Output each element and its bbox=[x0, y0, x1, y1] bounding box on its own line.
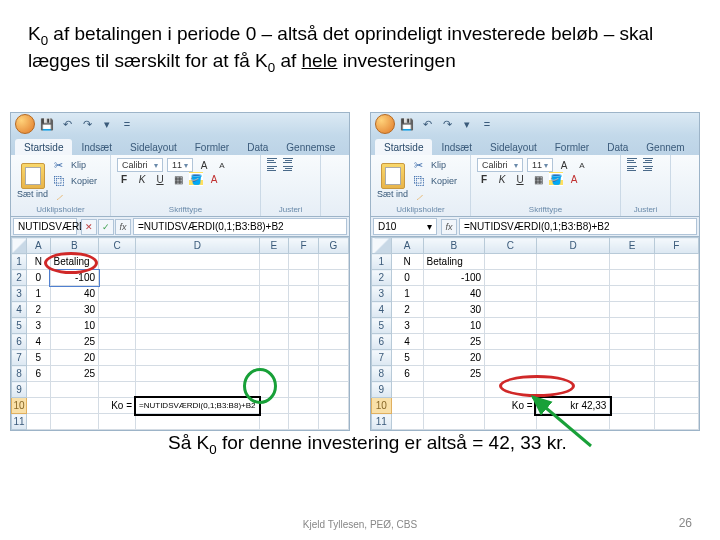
row-header[interactable]: 6 bbox=[372, 334, 392, 350]
redo-icon[interactable]: ↷ bbox=[79, 116, 95, 132]
tab-data[interactable]: Data bbox=[598, 139, 637, 155]
underline-button[interactable]: U bbox=[153, 172, 167, 186]
copy-button[interactable]: Kopier bbox=[412, 174, 459, 188]
formula-input[interactable]: =NUTIDSVÆRDI(0,1;B3:B8)+B2 bbox=[133, 218, 347, 235]
spreadsheet-grid[interactable]: A B C D E F 1NBetaling 20-100 3140 4230 … bbox=[371, 237, 699, 430]
font-select[interactable]: Calibri▾ bbox=[477, 158, 523, 172]
cell[interactable]: 20 bbox=[50, 350, 98, 366]
tab-indsaet[interactable]: Indsæt bbox=[72, 139, 121, 155]
undo-icon[interactable]: ↶ bbox=[419, 116, 435, 132]
row-header[interactable]: 1 bbox=[12, 254, 27, 270]
select-all-corner[interactable] bbox=[12, 238, 27, 254]
tab-sidelayout[interactable]: Sidelayout bbox=[481, 139, 546, 155]
cell[interactable]: N bbox=[27, 254, 50, 270]
cell[interactable]: 3 bbox=[391, 318, 423, 334]
active-cell[interactable]: =NUTIDSVÆRDI(0,1;B3:B8)+B2 bbox=[136, 398, 259, 414]
row-header[interactable]: 11 bbox=[372, 414, 392, 430]
tab-startside[interactable]: Startside bbox=[15, 139, 72, 155]
select-all-corner[interactable] bbox=[372, 238, 392, 254]
cell[interactable]: 2 bbox=[27, 302, 50, 318]
copy-button[interactable]: Kopier bbox=[52, 174, 99, 188]
font-color-button[interactable]: A bbox=[567, 172, 581, 186]
tab-startside[interactable]: Startside bbox=[375, 139, 432, 155]
italic-button[interactable]: K bbox=[135, 172, 149, 186]
bold-button[interactable]: F bbox=[477, 172, 491, 186]
row-header[interactable]: 11 bbox=[12, 414, 27, 430]
col-header[interactable]: E bbox=[610, 238, 654, 254]
cell[interactable]: 4 bbox=[27, 334, 50, 350]
cell[interactable]: 40 bbox=[50, 286, 98, 302]
font-select[interactable]: Calibri▾ bbox=[117, 158, 163, 172]
name-box[interactable]: D10▾ bbox=[373, 218, 437, 235]
row-header[interactable]: 4 bbox=[12, 302, 27, 318]
row-header[interactable]: 7 bbox=[12, 350, 27, 366]
fx-button[interactable]: fx bbox=[115, 219, 131, 235]
border-button[interactable]: ▦ bbox=[531, 172, 545, 186]
underline-button[interactable]: U bbox=[513, 172, 527, 186]
paste-icon[interactable] bbox=[21, 163, 45, 189]
spreadsheet-grid[interactable]: A B C D E F G 1NBetaling 20-100 3140 423… bbox=[11, 237, 349, 430]
tab-formler[interactable]: Formler bbox=[546, 139, 598, 155]
active-cell[interactable]: kr 42,33 bbox=[536, 398, 610, 414]
cut-button[interactable]: Klip bbox=[412, 158, 459, 172]
cell[interactable]: Ko = bbox=[485, 398, 537, 414]
row-header[interactable]: 10 bbox=[12, 398, 27, 414]
cell[interactable]: 6 bbox=[391, 366, 423, 382]
format-painter-button[interactable] bbox=[52, 190, 99, 204]
cell[interactable]: 0 bbox=[391, 270, 423, 286]
cell[interactable]: 25 bbox=[423, 366, 484, 382]
cell[interactable]: 3 bbox=[27, 318, 50, 334]
grow-font-button[interactable]: A bbox=[197, 158, 211, 172]
fill-color-button[interactable]: 🪣 bbox=[549, 172, 563, 186]
row-header[interactable]: 5 bbox=[372, 318, 392, 334]
cell[interactable]: 30 bbox=[50, 302, 98, 318]
cell[interactable]: -100 bbox=[423, 270, 484, 286]
col-header[interactable]: F bbox=[289, 238, 319, 254]
cell[interactable]: 20 bbox=[423, 350, 484, 366]
cell[interactable]: Betaling bbox=[423, 254, 484, 270]
cell[interactable]: 4 bbox=[391, 334, 423, 350]
col-header[interactable]: A bbox=[391, 238, 423, 254]
col-header[interactable]: F bbox=[654, 238, 698, 254]
undo-icon[interactable]: ↶ bbox=[59, 116, 75, 132]
cell[interactable]: 25 bbox=[423, 334, 484, 350]
row-header[interactable]: 5 bbox=[12, 318, 27, 334]
qat-more-icon[interactable]: ▾ bbox=[99, 116, 115, 132]
save-icon[interactable]: 💾 bbox=[399, 116, 415, 132]
cell[interactable]: -100 bbox=[50, 270, 98, 286]
col-header[interactable]: A bbox=[27, 238, 50, 254]
tab-gennemse[interactable]: Gennem bbox=[637, 139, 693, 155]
accept-formula-button[interactable]: ✓ bbox=[98, 219, 114, 235]
save-icon[interactable]: 💾 bbox=[39, 116, 55, 132]
redo-icon[interactable]: ↷ bbox=[439, 116, 455, 132]
tab-sidelayout[interactable]: Sidelayout bbox=[121, 139, 186, 155]
grow-font-button[interactable]: A bbox=[557, 158, 571, 172]
row-header[interactable]: 3 bbox=[12, 286, 27, 302]
bold-button[interactable]: F bbox=[117, 172, 131, 186]
cut-button[interactable]: Klip bbox=[52, 158, 99, 172]
tab-gennemse[interactable]: Gennemse bbox=[277, 139, 344, 155]
office-button[interactable] bbox=[375, 114, 395, 134]
col-header[interactable]: D bbox=[136, 238, 259, 254]
font-size-select[interactable]: 11▾ bbox=[527, 158, 553, 172]
cell[interactable]: Betaling bbox=[50, 254, 98, 270]
cell[interactable]: N bbox=[391, 254, 423, 270]
col-header[interactable]: E bbox=[259, 238, 289, 254]
cell[interactable]: 0 bbox=[27, 270, 50, 286]
row-header[interactable]: 10 bbox=[372, 398, 392, 414]
col-header[interactable]: B bbox=[423, 238, 484, 254]
fx-button[interactable]: fx bbox=[441, 219, 457, 235]
cell[interactable]: 10 bbox=[423, 318, 484, 334]
row-header[interactable]: 4 bbox=[372, 302, 392, 318]
format-painter-button[interactable] bbox=[412, 190, 459, 204]
office-button[interactable] bbox=[15, 114, 35, 134]
cell[interactable]: 5 bbox=[391, 350, 423, 366]
row-header[interactable]: 3 bbox=[372, 286, 392, 302]
row-header[interactable]: 7 bbox=[372, 350, 392, 366]
shrink-font-button[interactable]: A bbox=[575, 158, 589, 172]
cell[interactable]: 25 bbox=[50, 334, 98, 350]
col-header[interactable]: D bbox=[536, 238, 610, 254]
cell[interactable]: Ko = bbox=[99, 398, 136, 414]
row-header[interactable]: 2 bbox=[372, 270, 392, 286]
tab-data[interactable]: Data bbox=[238, 139, 277, 155]
